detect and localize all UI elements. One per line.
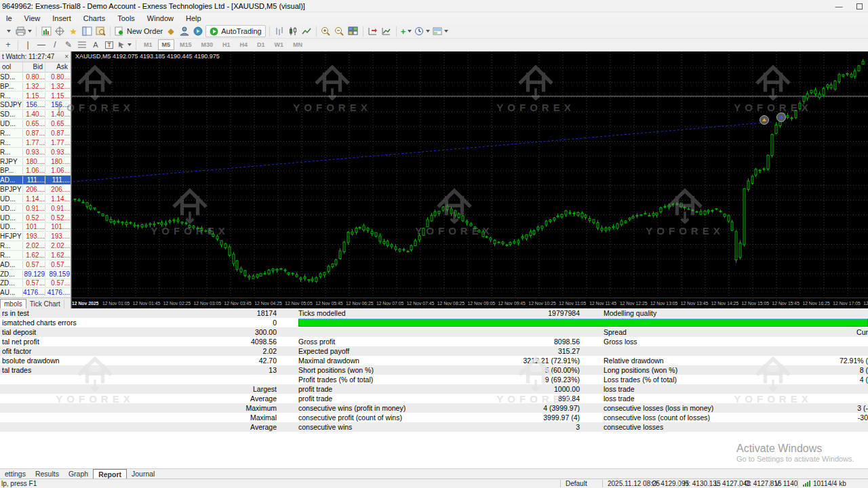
market-watch-row[interactable]: UD... 0.91... 0.91...	[0, 204, 71, 214]
market-watch-row[interactable]: R... 2.02... 2.02...	[0, 241, 71, 251]
chart-area[interactable]: XAUUSD,M5 4192.075 4193.185 4190.445 419…	[71, 52, 868, 308]
chart-type-dropdown-caret-icon[interactable]	[1, 25, 14, 37]
tester-tab[interactable]: Report	[93, 469, 127, 479]
maximize-button[interactable]	[854, 2, 864, 10]
market-watch-tab[interactable]: Tick Chart	[26, 300, 64, 308]
tile-windows-icon[interactable]	[347, 25, 359, 37]
market-watch-row[interactable]: R... 1.62... 1.62...	[0, 251, 71, 260]
market-watch-row[interactable]: UD... 1.14... 1.14...	[0, 195, 71, 204]
indicator-diamond-icon[interactable]: ◆	[165, 25, 177, 37]
market-watch-row[interactable]: R... 0.93... 0.93...	[0, 148, 71, 157]
timeframe-button[interactable]: MN	[289, 39, 307, 50]
ask-cell: 1.06...	[45, 167, 70, 174]
menu-item[interactable]: Tools	[111, 12, 141, 24]
time-axis-label: 12 Nov 07:45	[407, 301, 437, 306]
time-axis[interactable]: 12 Nov 202512 Nov 01:0512 Nov 01:4512 No…	[72, 298, 868, 308]
menu-item[interactable]: View	[18, 12, 47, 24]
new-chart-icon[interactable]	[40, 25, 52, 37]
timeframe-button[interactable]: H4	[236, 39, 252, 50]
market-watch-row[interactable]: R... 0.87... 0.87...	[0, 129, 71, 138]
report-value-1: Largest	[0, 384, 277, 394]
new-order-button[interactable]: New Order	[114, 25, 163, 37]
crosshair-icon[interactable]: +	[2, 39, 14, 51]
symbol-cell: R...	[0, 139, 22, 146]
timeframe-button[interactable]: D1	[253, 39, 269, 50]
market-watch-tab[interactable]: mbols	[0, 299, 26, 308]
tester-visual-icon[interactable]	[94, 25, 106, 37]
market-watch-row[interactable]: HFJPY 193.... 193....	[0, 232, 71, 241]
text-label-icon[interactable]: T	[103, 39, 115, 51]
tester-tab[interactable]: Results	[31, 469, 64, 479]
auto-scroll-icon[interactable]	[380, 25, 393, 37]
bar-chart-mode-icon[interactable]	[273, 25, 285, 37]
zoom-in-icon[interactable]	[320, 25, 332, 37]
tester-tab[interactable]: Graph	[64, 469, 93, 479]
bid-cell: 4176....	[22, 289, 45, 296]
market-watch-row[interactable]: R... 1.15... 1.15...	[0, 92, 71, 101]
timeframe-button[interactable]: M5	[158, 39, 175, 50]
indicators-add-icon[interactable]: +	[400, 25, 413, 37]
market-watch-row[interactable]: SD... 0.80... 0.80...	[0, 73, 71, 82]
market-watch-panel-icon[interactable]	[81, 25, 93, 37]
timeframe-button[interactable]: M15	[176, 39, 196, 50]
timeframe-button[interactable]: H1	[218, 39, 235, 50]
trendline-icon[interactable]: /	[49, 39, 61, 51]
menu-item[interactable]: Insert	[46, 12, 77, 24]
timeframe-button[interactable]: M1	[140, 39, 157, 50]
market-watch-row[interactable]: UD... 101.... 101....	[0, 223, 71, 232]
autotrading-play-icon	[210, 27, 218, 36]
market-watch-row[interactable]: BP... 1.32... 1.32...	[0, 82, 71, 92]
market-watch-row[interactable]: ZD... 89.129 89.159	[0, 270, 71, 279]
zoom-out-icon[interactable]	[334, 25, 346, 37]
periods-clock-icon[interactable]	[414, 25, 431, 37]
tester-tab[interactable]: Journal	[127, 469, 159, 479]
timeframe-button[interactable]: M30	[197, 39, 218, 50]
market-watch-row[interactable]: ZD... 0.57... 0.57...	[0, 279, 71, 289]
bid-column-header[interactable]: Bid	[22, 62, 45, 72]
market-watch-row[interactable]: BP... 1.06... 1.06...	[0, 166, 71, 176]
connection-speed: 10114/4 kb	[813, 480, 846, 487]
menu-item[interactable]: Charts	[77, 12, 111, 24]
menu-item[interactable]: Help	[180, 12, 208, 24]
menu-item[interactable]: Window	[141, 12, 180, 24]
chart-shift-icon[interactable]	[367, 25, 379, 37]
close-icon[interactable]: ×	[64, 53, 68, 60]
ask-column-header[interactable]: Ask	[45, 62, 70, 72]
timeframe-button[interactable]: W1	[271, 39, 288, 50]
line-chart-mode-icon[interactable]	[300, 25, 313, 37]
market-watch-row[interactable]: RJPY 180.... 180....	[0, 157, 71, 167]
tester-tab[interactable]: ettings	[0, 469, 31, 479]
horizontal-line-icon[interactable]: —	[35, 39, 47, 51]
market-watch-row[interactable]: UD... 0.65... 0.65...	[0, 119, 71, 129]
market-watch-row[interactable]: AD... 0.57... 0.57...	[0, 260, 71, 270]
ask-cell: 206....	[45, 186, 70, 193]
market-watch-row[interactable]: SD... 1.40... 1.40...	[0, 110, 71, 119]
candlestick-mode-icon[interactable]	[287, 25, 299, 37]
symbol-column-header[interactable]: ool	[0, 62, 22, 72]
autotrading-button[interactable]: AutoTrading	[205, 25, 266, 37]
market-watch-row[interactable]: AD... 111.... 111....	[0, 176, 71, 185]
report-value-2: 1000.00	[298, 384, 580, 394]
scripts-icon[interactable]	[192, 25, 204, 37]
favorites-star-icon[interactable]: ★	[67, 25, 79, 37]
profiles-icon[interactable]	[54, 25, 66, 37]
templates-icon[interactable]	[432, 25, 449, 37]
report-row: Maximal consecutive profit (count of win…	[0, 413, 868, 422]
market-watch-row[interactable]: SDJPY 156.... 156....	[0, 101, 71, 110]
bid-cell: 1.62...	[22, 251, 45, 259]
market-watch-row[interactable]: UD... 0.52... 0.52...	[0, 214, 71, 223]
channel-icon[interactable]: ✎	[62, 39, 75, 51]
expert-advisor-icon[interactable]	[178, 25, 191, 37]
market-watch-row[interactable]: AU... 4176.... 4176....	[0, 288, 71, 298]
text-icon[interactable]: A	[90, 39, 102, 51]
fibonacci-icon[interactable]	[76, 39, 88, 51]
menu-item[interactable]: le	[0, 12, 18, 24]
arrows-icon[interactable]	[117, 39, 132, 51]
market-watch-row[interactable]: R... 1.77... 1.77...	[0, 138, 71, 148]
report-value-1: Average	[0, 422, 277, 432]
vertical-line-icon[interactable]: |	[22, 39, 34, 51]
minimize-button[interactable]: ―	[834, 2, 844, 10]
market-watch-row[interactable]: BPJPY 206.... 206....	[0, 185, 71, 195]
print-icon[interactable]	[15, 25, 33, 37]
status-profile[interactable]: Default	[560, 480, 587, 487]
